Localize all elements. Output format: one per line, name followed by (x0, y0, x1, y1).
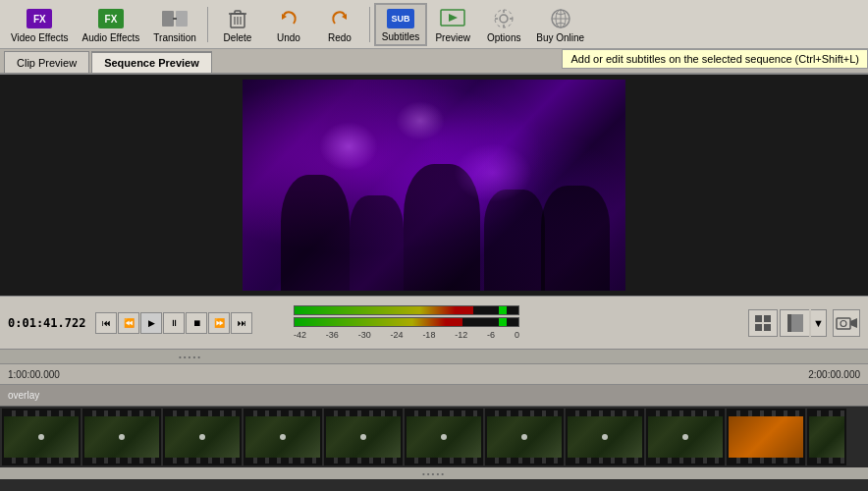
go-start-button[interactable]: ⏮ (95, 312, 117, 334)
film-thumb-10 (727, 409, 805, 465)
undo-icon (275, 6, 302, 32)
level-bar-1 (294, 305, 519, 315)
film-dot-3 (199, 434, 205, 440)
film-thumb-4 (244, 409, 322, 465)
subtitles-icon: SUB (387, 7, 414, 31)
view-dropdown-button[interactable]: ▼ (811, 309, 827, 337)
svg-rect-0 (162, 11, 174, 27)
transition-button[interactable]: Transition (146, 3, 203, 46)
silhouette-5 (541, 186, 610, 292)
level-bar-bg-2 (294, 317, 519, 327)
level-bar-bg-1 (294, 305, 519, 315)
next-frame-button[interactable]: ⏩ (208, 312, 230, 334)
separator-1 (207, 7, 208, 42)
svg-rect-29 (837, 318, 850, 329)
film-dot-9 (682, 434, 688, 440)
delete-button[interactable]: Delete (212, 3, 263, 46)
scroll-bar[interactable]: ••••• (0, 350, 868, 363)
audio-effects-icon: FX (97, 6, 125, 32)
play-button[interactable]: ▶ (140, 312, 162, 334)
prev-frame-button[interactable]: ⏪ (118, 312, 139, 334)
ruler-label-right: 2:00:00.000 (808, 369, 860, 380)
film-dot-8 (602, 434, 608, 440)
video-effects-label: Video Effects (11, 32, 69, 43)
buy-online-button[interactable]: Buy Online (529, 3, 591, 46)
film-thumb-2 (82, 409, 161, 465)
track-name: overlay (8, 390, 39, 401)
film-thumb-8 (566, 409, 644, 465)
film-content-11 (809, 416, 844, 458)
audio-effects-button[interactable]: FX Audio Effects (76, 3, 147, 46)
film-dot-2 (119, 434, 125, 440)
video-frame (243, 80, 625, 291)
svg-marker-12 (449, 14, 458, 22)
camera-button[interactable] (833, 309, 860, 337)
film-content-10 (729, 416, 803, 458)
preview-label: Preview (435, 32, 470, 43)
bottom-scroll[interactable]: ••••• (0, 467, 868, 479)
film-thumb-3 (163, 409, 242, 465)
redo-button[interactable]: Redo (314, 3, 365, 46)
redo-icon (326, 6, 353, 32)
svg-rect-26 (764, 324, 771, 331)
preview-area (0, 75, 868, 296)
transition-icon (161, 6, 189, 32)
tabs-bar: Clip Preview Sequence Preview Add or edi… (0, 49, 868, 75)
bottom-scroll-dots: ••••• (422, 469, 446, 478)
film-thumb-11 (807, 409, 846, 465)
film-thumb-1 (2, 409, 81, 465)
tab-sequence-preview[interactable]: Sequence Preview (91, 51, 212, 73)
transport-bar: 0:01:41.722 ⏮ ⏪ ▶ ⏸ ⏹ ⏩ ⏭ -42 -36 -30 -2… (0, 296, 868, 350)
film-thumb-9 (646, 409, 725, 465)
filmstrip-area[interactable] (0, 407, 868, 467)
view-mode-button-1[interactable] (748, 309, 778, 337)
undo-label: Undo (277, 32, 300, 43)
separator-2 (369, 7, 370, 42)
film-dot-5 (360, 434, 366, 440)
level-labels: -42 -36 -30 -24 -18 -12 -6 0 (294, 330, 519, 340)
delete-label: Delete (223, 32, 251, 43)
subtitles-button[interactable]: SUB Subtitles (374, 3, 427, 46)
level-bar-fill-1 (295, 306, 473, 314)
silhouette-4 (484, 190, 545, 291)
svg-marker-28 (791, 314, 803, 332)
undo-button[interactable]: Undo (263, 3, 314, 46)
level-meter: -42 -36 -30 -24 -18 -12 -6 0 (294, 305, 519, 340)
svg-rect-1 (176, 11, 188, 27)
svg-rect-5 (235, 11, 241, 14)
transport-controls: ⏮ ⏪ ▶ ⏸ ⏹ ⏩ ⏭ (95, 312, 252, 334)
level-bar-2 (294, 317, 519, 327)
view-mode-button-2[interactable] (780, 309, 809, 337)
level-marker-2 (499, 318, 507, 326)
toolbar: FX Video Effects FX Audio Effects Transi… (0, 0, 868, 49)
video-effects-button[interactable]: FX Video Effects (4, 3, 76, 46)
film-thumb-7 (485, 409, 564, 465)
video-effects-icon: FX (26, 6, 53, 32)
film-thumb-6 (405, 409, 483, 465)
ruler-marks: 1:00:00.000 2:00:00.000 (8, 369, 860, 380)
level-bar-fill-2 (295, 318, 462, 326)
svg-marker-30 (850, 318, 857, 328)
track-label: overlay (0, 385, 868, 407)
buy-online-label: Buy Online (536, 32, 584, 43)
transition-label: Transition (153, 32, 196, 43)
pause-button[interactable]: ⏸ (163, 312, 185, 334)
light-blob-3 (396, 101, 445, 140)
svg-rect-25 (755, 324, 762, 331)
buy-online-icon (547, 6, 574, 32)
film-thumb-5 (324, 409, 403, 465)
light-blob-2 (454, 143, 532, 202)
stop-button[interactable]: ⏹ (186, 312, 207, 334)
tab-clip-preview[interactable]: Clip Preview (4, 51, 89, 73)
go-end-button[interactable]: ⏭ (231, 312, 252, 334)
preview-icon (439, 6, 466, 32)
time-ruler: 1:00:00.000 2:00:00.000 (0, 363, 868, 385)
view-buttons: ▼ (748, 309, 860, 337)
options-button[interactable]: Options (478, 3, 529, 46)
time-display: 0:01:41.722 (8, 316, 91, 330)
subtitles-label: Subtitles (382, 31, 419, 42)
light-blob-1 (319, 122, 378, 171)
preview-button[interactable]: Preview (427, 3, 478, 46)
film-dot-6 (441, 434, 447, 440)
svg-point-31 (841, 320, 846, 326)
